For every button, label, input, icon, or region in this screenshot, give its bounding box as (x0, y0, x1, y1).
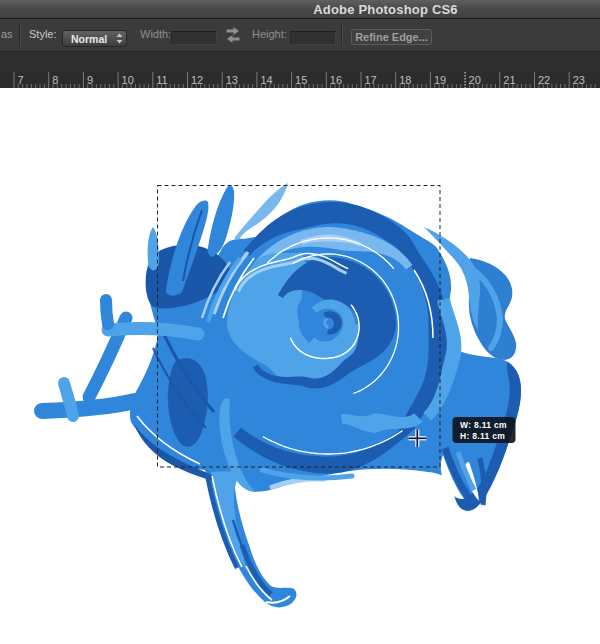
svg-text:14: 14 (260, 74, 272, 86)
svg-text:10: 10 (122, 74, 134, 86)
svg-text:23: 23 (573, 74, 585, 86)
svg-text:9: 9 (87, 74, 93, 86)
svg-text:13: 13 (226, 74, 238, 86)
svg-text:19: 19 (434, 74, 446, 86)
svg-text:11: 11 (156, 74, 167, 86)
svg-text:21: 21 (503, 74, 515, 86)
svg-text:12: 12 (191, 74, 203, 86)
svg-text:15: 15 (295, 74, 307, 86)
svg-text:17: 17 (365, 74, 377, 86)
svg-text:20: 20 (469, 74, 481, 86)
svg-text:8: 8 (52, 74, 58, 86)
svg-text:22: 22 (538, 74, 550, 86)
svg-text:H: 8.11 cm: H: 8.11 cm (460, 431, 505, 441)
svg-text:18: 18 (399, 74, 411, 86)
svg-text:16: 16 (330, 74, 342, 86)
svg-text:W: 8.11 cm: W: 8.11 cm (460, 420, 507, 430)
svg-text:7: 7 (18, 74, 24, 86)
